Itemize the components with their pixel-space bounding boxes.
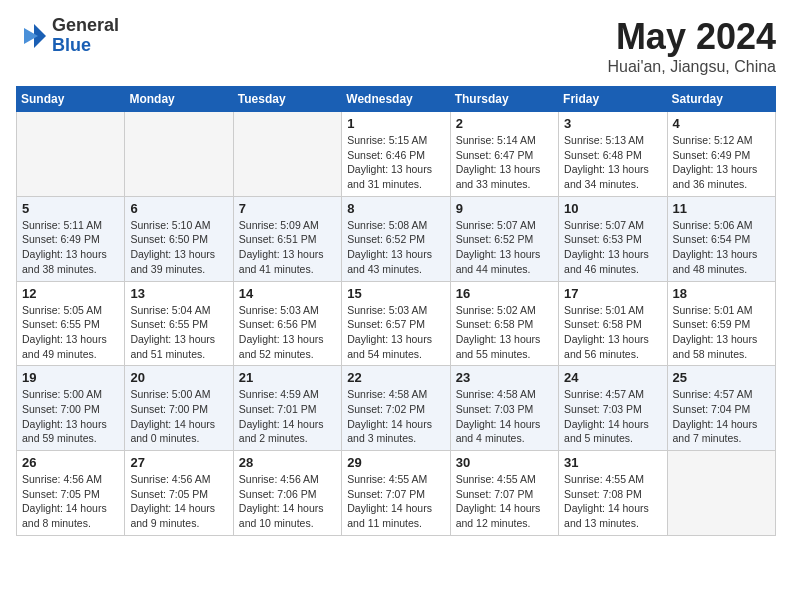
calendar-cell: 23Sunrise: 4:58 AMSunset: 7:03 PMDayligh… <box>450 366 558 451</box>
day-info: Sunrise: 5:10 AMSunset: 6:50 PMDaylight:… <box>130 218 227 277</box>
day-info: Sunrise: 5:04 AMSunset: 6:55 PMDaylight:… <box>130 303 227 362</box>
day-number: 29 <box>347 455 444 470</box>
calendar-cell: 16Sunrise: 5:02 AMSunset: 6:58 PMDayligh… <box>450 281 558 366</box>
day-of-week-header: Tuesday <box>233 87 341 112</box>
calendar-cell: 18Sunrise: 5:01 AMSunset: 6:59 PMDayligh… <box>667 281 775 366</box>
day-info: Sunrise: 5:12 AMSunset: 6:49 PMDaylight:… <box>673 133 770 192</box>
day-info: Sunrise: 4:56 AMSunset: 7:06 PMDaylight:… <box>239 472 336 531</box>
day-number: 8 <box>347 201 444 216</box>
day-info: Sunrise: 5:00 AMSunset: 7:00 PMDaylight:… <box>22 387 119 446</box>
calendar-header-row: SundayMondayTuesdayWednesdayThursdayFrid… <box>17 87 776 112</box>
day-info: Sunrise: 5:07 AMSunset: 6:52 PMDaylight:… <box>456 218 553 277</box>
calendar-week-row: 12Sunrise: 5:05 AMSunset: 6:55 PMDayligh… <box>17 281 776 366</box>
day-number: 20 <box>130 370 227 385</box>
day-info: Sunrise: 4:55 AMSunset: 7:08 PMDaylight:… <box>564 472 661 531</box>
day-number: 15 <box>347 286 444 301</box>
calendar-cell: 6Sunrise: 5:10 AMSunset: 6:50 PMDaylight… <box>125 196 233 281</box>
day-number: 31 <box>564 455 661 470</box>
day-info: Sunrise: 5:03 AMSunset: 6:57 PMDaylight:… <box>347 303 444 362</box>
calendar-cell: 12Sunrise: 5:05 AMSunset: 6:55 PMDayligh… <box>17 281 125 366</box>
calendar-cell: 15Sunrise: 5:03 AMSunset: 6:57 PMDayligh… <box>342 281 450 366</box>
calendar-cell: 27Sunrise: 4:56 AMSunset: 7:05 PMDayligh… <box>125 451 233 536</box>
day-info: Sunrise: 4:57 AMSunset: 7:04 PMDaylight:… <box>673 387 770 446</box>
calendar-cell: 3Sunrise: 5:13 AMSunset: 6:48 PMDaylight… <box>559 112 667 197</box>
calendar-cell: 22Sunrise: 4:58 AMSunset: 7:02 PMDayligh… <box>342 366 450 451</box>
day-of-week-header: Monday <box>125 87 233 112</box>
calendar-cell <box>125 112 233 197</box>
calendar-cell <box>233 112 341 197</box>
calendar-title: May 2024 <box>608 16 777 58</box>
day-number: 30 <box>456 455 553 470</box>
calendar-cell: 30Sunrise: 4:55 AMSunset: 7:07 PMDayligh… <box>450 451 558 536</box>
calendar-cell: 24Sunrise: 4:57 AMSunset: 7:03 PMDayligh… <box>559 366 667 451</box>
calendar-week-row: 5Sunrise: 5:11 AMSunset: 6:49 PMDaylight… <box>17 196 776 281</box>
day-number: 12 <box>22 286 119 301</box>
day-number: 24 <box>564 370 661 385</box>
day-info: Sunrise: 5:11 AMSunset: 6:49 PMDaylight:… <box>22 218 119 277</box>
day-info: Sunrise: 5:00 AMSunset: 7:00 PMDaylight:… <box>130 387 227 446</box>
day-of-week-header: Friday <box>559 87 667 112</box>
day-info: Sunrise: 4:56 AMSunset: 7:05 PMDaylight:… <box>22 472 119 531</box>
day-info: Sunrise: 5:08 AMSunset: 6:52 PMDaylight:… <box>347 218 444 277</box>
calendar-cell: 5Sunrise: 5:11 AMSunset: 6:49 PMDaylight… <box>17 196 125 281</box>
day-number: 19 <box>22 370 119 385</box>
day-info: Sunrise: 5:02 AMSunset: 6:58 PMDaylight:… <box>456 303 553 362</box>
calendar-cell: 19Sunrise: 5:00 AMSunset: 7:00 PMDayligh… <box>17 366 125 451</box>
day-number: 10 <box>564 201 661 216</box>
day-number: 21 <box>239 370 336 385</box>
day-info: Sunrise: 5:05 AMSunset: 6:55 PMDaylight:… <box>22 303 119 362</box>
day-number: 16 <box>456 286 553 301</box>
calendar-cell: 13Sunrise: 5:04 AMSunset: 6:55 PMDayligh… <box>125 281 233 366</box>
day-number: 18 <box>673 286 770 301</box>
day-number: 22 <box>347 370 444 385</box>
day-number: 14 <box>239 286 336 301</box>
day-info: Sunrise: 5:01 AMSunset: 6:58 PMDaylight:… <box>564 303 661 362</box>
day-number: 1 <box>347 116 444 131</box>
calendar-cell: 1Sunrise: 5:15 AMSunset: 6:46 PMDaylight… <box>342 112 450 197</box>
calendar-cell: 14Sunrise: 5:03 AMSunset: 6:56 PMDayligh… <box>233 281 341 366</box>
calendar-cell: 4Sunrise: 5:12 AMSunset: 6:49 PMDaylight… <box>667 112 775 197</box>
day-info: Sunrise: 4:58 AMSunset: 7:03 PMDaylight:… <box>456 387 553 446</box>
calendar-cell: 26Sunrise: 4:56 AMSunset: 7:05 PMDayligh… <box>17 451 125 536</box>
calendar-week-row: 1Sunrise: 5:15 AMSunset: 6:46 PMDaylight… <box>17 112 776 197</box>
day-info: Sunrise: 4:56 AMSunset: 7:05 PMDaylight:… <box>130 472 227 531</box>
day-number: 23 <box>456 370 553 385</box>
title-block: May 2024 Huai'an, Jiangsu, China <box>608 16 777 76</box>
day-number: 3 <box>564 116 661 131</box>
day-info: Sunrise: 4:55 AMSunset: 7:07 PMDaylight:… <box>456 472 553 531</box>
day-of-week-header: Thursday <box>450 87 558 112</box>
calendar-cell: 11Sunrise: 5:06 AMSunset: 6:54 PMDayligh… <box>667 196 775 281</box>
calendar-cell: 2Sunrise: 5:14 AMSunset: 6:47 PMDaylight… <box>450 112 558 197</box>
calendar-cell: 28Sunrise: 4:56 AMSunset: 7:06 PMDayligh… <box>233 451 341 536</box>
calendar-week-row: 19Sunrise: 5:00 AMSunset: 7:00 PMDayligh… <box>17 366 776 451</box>
day-number: 11 <box>673 201 770 216</box>
day-number: 13 <box>130 286 227 301</box>
calendar-subtitle: Huai'an, Jiangsu, China <box>608 58 777 76</box>
day-info: Sunrise: 5:07 AMSunset: 6:53 PMDaylight:… <box>564 218 661 277</box>
day-number: 4 <box>673 116 770 131</box>
day-number: 5 <box>22 201 119 216</box>
page-header: General Blue May 2024 Huai'an, Jiangsu, … <box>16 16 776 76</box>
day-of-week-header: Sunday <box>17 87 125 112</box>
calendar-week-row: 26Sunrise: 4:56 AMSunset: 7:05 PMDayligh… <box>17 451 776 536</box>
day-number: 2 <box>456 116 553 131</box>
calendar-cell: 21Sunrise: 4:59 AMSunset: 7:01 PMDayligh… <box>233 366 341 451</box>
day-number: 17 <box>564 286 661 301</box>
calendar-cell: 31Sunrise: 4:55 AMSunset: 7:08 PMDayligh… <box>559 451 667 536</box>
day-number: 25 <box>673 370 770 385</box>
day-number: 6 <box>130 201 227 216</box>
day-info: Sunrise: 5:03 AMSunset: 6:56 PMDaylight:… <box>239 303 336 362</box>
calendar-cell: 10Sunrise: 5:07 AMSunset: 6:53 PMDayligh… <box>559 196 667 281</box>
logo-icon <box>16 20 48 52</box>
day-info: Sunrise: 5:13 AMSunset: 6:48 PMDaylight:… <box>564 133 661 192</box>
day-number: 28 <box>239 455 336 470</box>
calendar-cell: 17Sunrise: 5:01 AMSunset: 6:58 PMDayligh… <box>559 281 667 366</box>
day-of-week-header: Saturday <box>667 87 775 112</box>
day-info: Sunrise: 5:15 AMSunset: 6:46 PMDaylight:… <box>347 133 444 192</box>
calendar-cell: 20Sunrise: 5:00 AMSunset: 7:00 PMDayligh… <box>125 366 233 451</box>
day-number: 27 <box>130 455 227 470</box>
day-info: Sunrise: 4:59 AMSunset: 7:01 PMDaylight:… <box>239 387 336 446</box>
day-number: 26 <box>22 455 119 470</box>
day-info: Sunrise: 4:58 AMSunset: 7:02 PMDaylight:… <box>347 387 444 446</box>
day-of-week-header: Wednesday <box>342 87 450 112</box>
